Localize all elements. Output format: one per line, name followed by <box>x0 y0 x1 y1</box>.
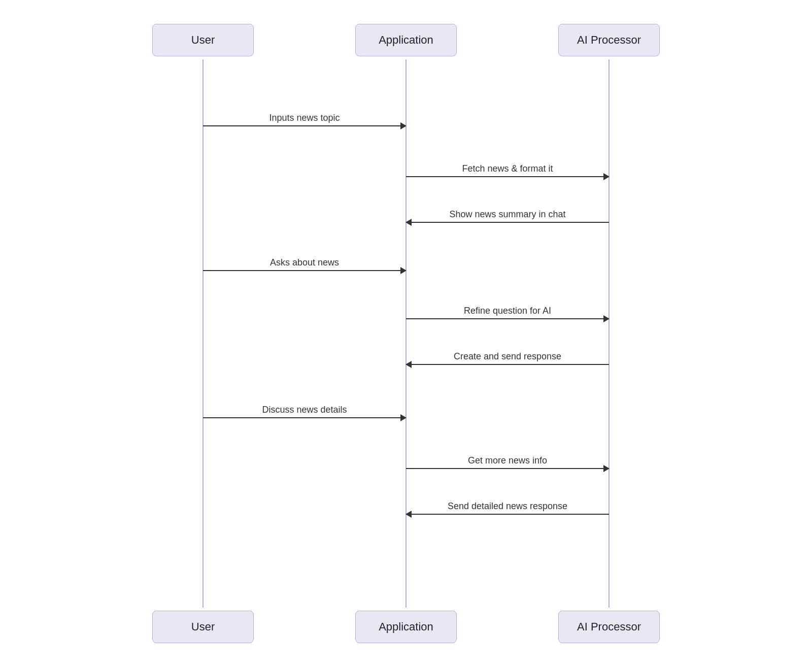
message-asks-about-news: Asks about news <box>203 257 406 271</box>
lifeline-application <box>405 59 407 608</box>
msg8-arrow <box>406 468 609 469</box>
message-create-send-response: Create and send response <box>406 351 609 365</box>
msg6-label: Create and send response <box>454 351 561 362</box>
actor-user-bottom: User <box>152 611 254 643</box>
msg7-arrow <box>203 417 406 418</box>
msg8-label: Get more news info <box>468 455 547 466</box>
msg3-label: Show news summary in chat <box>449 209 565 220</box>
msg1-arrow <box>203 125 406 126</box>
message-get-more-news: Get more news info <box>406 455 609 469</box>
sequence-diagram: User Application AI Processor User Appli… <box>101 14 710 653</box>
message-inputs-news-topic: Inputs news topic <box>203 113 406 126</box>
actor-ai-bottom: AI Processor <box>558 611 660 643</box>
msg5-label: Refine question for AI <box>464 306 551 316</box>
msg4-arrow <box>203 270 406 271</box>
msg9-label: Send detailed news response <box>448 501 567 512</box>
msg4-label: Asks about news <box>270 257 339 268</box>
message-send-detailed-response: Send detailed news response <box>406 501 609 515</box>
msg2-arrow <box>406 176 609 177</box>
message-show-news-summary: Show news summary in chat <box>406 209 609 223</box>
lifeline-ai <box>608 59 610 608</box>
msg9-arrow <box>406 514 609 515</box>
actor-user-top: User <box>152 24 254 56</box>
actor-application-top: Application <box>355 24 457 56</box>
message-refine-question: Refine question for AI <box>406 306 609 319</box>
msg3-arrow <box>406 222 609 223</box>
msg7-label: Discuss news details <box>262 405 347 415</box>
msg1-label: Inputs news topic <box>269 113 340 123</box>
message-fetch-news: Fetch news & format it <box>406 163 609 177</box>
msg2-label: Fetch news & format it <box>462 163 553 174</box>
message-discuss-news-details: Discuss news details <box>203 405 406 418</box>
actor-ai-top: AI Processor <box>558 24 660 56</box>
lifeline-user <box>202 59 204 608</box>
actor-application-bottom: Application <box>355 611 457 643</box>
msg5-arrow <box>406 318 609 319</box>
msg6-arrow <box>406 364 609 365</box>
